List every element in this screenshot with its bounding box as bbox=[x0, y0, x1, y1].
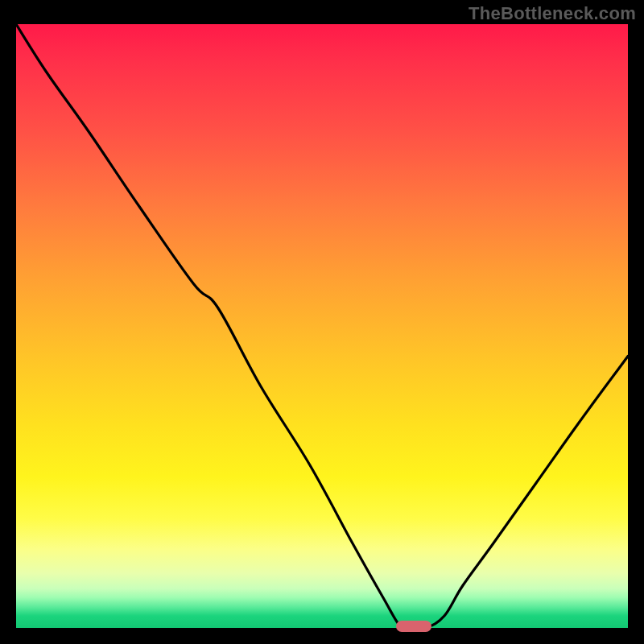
optimum-marker bbox=[396, 621, 431, 632]
curve-path bbox=[16, 24, 628, 628]
chart-container: TheBottleneck.com bbox=[0, 0, 644, 644]
bottleneck-curve bbox=[16, 24, 628, 628]
watermark-text: TheBottleneck.com bbox=[469, 3, 636, 24]
plot-area bbox=[16, 24, 628, 628]
